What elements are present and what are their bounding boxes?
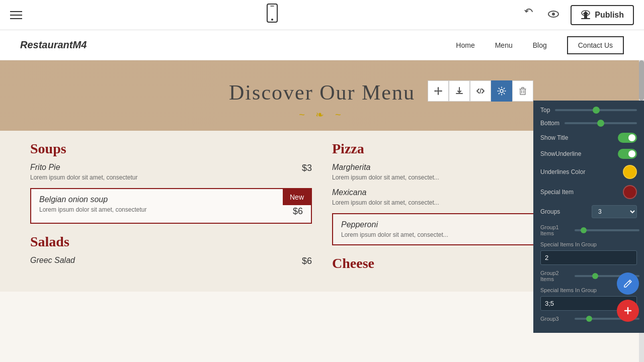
hamburger-icon[interactable] [10, 11, 22, 19]
svg-point-1 [271, 19, 273, 21]
special-items-in-group-label: Special Items In Group [540, 241, 637, 247]
toolbar-left [10, 11, 22, 19]
nav-links: Home Menu Blog Contact Us [456, 36, 624, 54]
publish-button[interactable]: Publish [571, 5, 634, 25]
nav-blog[interactable]: Blog [533, 41, 547, 49]
group3-label: Group3 [540, 316, 571, 322]
show-underline-row: ShowUnderline [540, 149, 637, 159]
scrollbar-thumb[interactable] [639, 60, 644, 101]
special-item-label: Special Item [540, 189, 574, 196]
show-underline-toggle[interactable] [618, 149, 637, 159]
delete-button[interactable] [512, 80, 533, 102]
preview-nav: RestaurantM4 Home Menu Blog Contact Us [0, 30, 644, 60]
new-badge: New [283, 189, 311, 205]
item-name: Belgian onion soup [39, 195, 303, 204]
settings-button[interactable] [491, 80, 512, 102]
top-toolbar: Publish [0, 0, 644, 30]
add-button[interactable] [617, 300, 639, 322]
group1-label: Group1Items [540, 224, 571, 236]
phone-icon [266, 4, 278, 26]
item-price: $6 [302, 256, 312, 266]
underlines-color-row: Underlines Color [540, 165, 637, 179]
item-price: $3 [302, 163, 312, 173]
menu-item-frito-pie: Frito Pie Lorem ipsum dolor sit amet, co… [30, 163, 312, 181]
nav-home[interactable]: Home [456, 41, 474, 49]
group1-special-section: Special Items In Group [540, 241, 637, 270]
item-desc: Lorem ipsum dolor sit amet, consectetur [39, 206, 146, 213]
edit-button[interactable] [617, 273, 639, 295]
nav-menu[interactable]: Menu [495, 41, 513, 49]
move-button[interactable] [428, 80, 449, 102]
svg-point-7 [500, 89, 503, 93]
special-item-color-picker[interactable] [623, 185, 637, 199]
right-action-buttons [617, 273, 639, 322]
category-soups: Soups Frito Pie Lorem ipsum dolor sit am… [30, 141, 312, 224]
site-logo: RestaurantM4 [20, 39, 87, 51]
item-name: Greec Salad [30, 256, 75, 265]
show-underline-label: ShowUnderline [540, 150, 581, 157]
group1-items-row: Group1Items [540, 224, 637, 236]
svg-line-10 [629, 281, 630, 283]
underlines-color-label: Underlines Color [540, 168, 585, 175]
undo-icon[interactable] [522, 7, 536, 24]
underlines-color-picker[interactable] [623, 165, 637, 179]
eye-icon[interactable] [546, 7, 560, 23]
svg-line-6 [480, 88, 481, 94]
element-action-toolbar [428, 80, 533, 102]
category-salads: Salads Greec Salad $6 [30, 234, 312, 267]
groups-label: Groups [540, 208, 560, 215]
item-desc: Lorem ipsum dolor sit amet, consectetur [30, 174, 137, 181]
top-label: Top [540, 107, 550, 114]
bottom-setting-row: Bottom [540, 120, 637, 127]
item-price: $6 [293, 206, 303, 217]
item-name: Frito Pie [30, 163, 137, 172]
special-item-belgian: New Belgian onion soup Lorem ipsum dolor… [30, 188, 312, 224]
category-title-soups: Soups [30, 141, 312, 157]
show-title-toggle[interactable] [618, 133, 637, 143]
download-button[interactable] [449, 80, 470, 102]
menu-item-salad: Greec Salad $6 [30, 256, 312, 267]
show-title-row: Show Title [540, 133, 637, 143]
group1-slider[interactable] [575, 229, 639, 231]
group2-label: Group2Items [540, 270, 571, 282]
nav-contact[interactable]: Contact Us [567, 36, 624, 54]
group1-special-input[interactable] [540, 250, 637, 265]
main-area: RestaurantM4 Home Menu Blog Contact Us D… [0, 30, 644, 362]
category-title-salads: Salads [30, 234, 312, 250]
toolbar-right: Publish [522, 5, 634, 25]
show-title-label: Show Title [540, 134, 568, 141]
bottom-label: Bottom [540, 120, 559, 127]
groups-row: Groups 3 1 2 4 5 [540, 205, 637, 218]
bottom-slider[interactable] [565, 122, 637, 124]
special-item-row: Special Item [540, 185, 637, 199]
left-column: Soups Frito Pie Lorem ipsum dolor sit am… [30, 141, 312, 282]
top-setting-row: Top [540, 107, 637, 114]
top-slider[interactable] [555, 109, 637, 111]
code-button[interactable] [470, 80, 491, 102]
toolbar-center [266, 4, 278, 26]
svg-point-4 [552, 13, 555, 16]
groups-select[interactable]: 3 1 2 4 5 [592, 205, 637, 218]
